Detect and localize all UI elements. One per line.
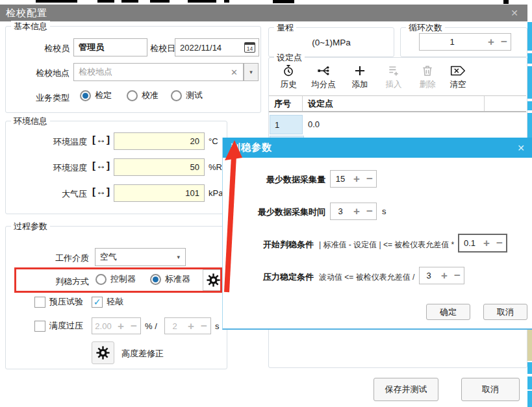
checkbox-icon — [34, 297, 45, 308]
stepper-value: 3 — [331, 206, 350, 216]
decrement-icon: − — [127, 321, 140, 332]
background-app-strip — [527, 391, 532, 407]
background-app-strip — [527, 113, 532, 138]
env-pressure-label: 大气压 — [19, 188, 87, 200]
env-humidity-value: 50 — [190, 162, 199, 172]
background-text-fragment — [224, 0, 229, 3]
height-correction-button[interactable] — [92, 341, 114, 364]
stable-condition-label: 压力稳定条件 — [260, 271, 314, 283]
cycle-count-group: 循环次数 1 + − — [400, 27, 527, 57]
increment-icon[interactable]: + — [485, 36, 498, 47]
cycle-count-legend: 循环次数 — [406, 22, 445, 34]
start-condition-stepper[interactable]: 0.1 + − — [458, 234, 507, 253]
window-titlebar: 检校配置 ✕ — [0, 5, 527, 21]
row-index-cell[interactable]: 1 — [270, 115, 303, 134]
business-type-label: 业务类型 — [32, 92, 70, 104]
range-transfer-icon[interactable]: [↔] — [92, 160, 110, 171]
decrement-icon[interactable]: − — [451, 270, 464, 281]
toolbar-clear-button[interactable]: 清空 — [443, 64, 473, 90]
decrement-icon[interactable]: − — [498, 36, 511, 47]
history-icon — [282, 64, 295, 77]
min-samples-label: 最少数据采集量 — [250, 174, 325, 186]
environment-group: 环境信息 环境温度 [↔] 20 °C 环境湿度 [↔] 50 %RH 大气压 … — [5, 121, 227, 214]
location-input[interactable]: 检校地点 ✕ — [73, 63, 244, 81]
footer-cancel-button[interactable]: 取消 — [461, 378, 520, 401]
min-time-unit: s — [382, 206, 386, 216]
basic-info-legend: 基本信息 — [11, 21, 50, 32]
toolbar-label: 均分点 — [311, 79, 336, 90]
background-app-strip — [527, 22, 532, 51]
checkbox-tap[interactable]: ✓ 轻敲 — [92, 296, 123, 308]
env-temp-input[interactable]: 20 — [114, 132, 205, 150]
toolbar-split-points-button[interactable]: 均分点 — [305, 64, 342, 90]
toolbar-history-button[interactable]: 历史 — [275, 64, 302, 90]
column-header-setpoint[interactable]: 设定点 — [303, 96, 485, 111]
bracket-left: [ — [92, 160, 95, 171]
inspector-value: 管理员 — [79, 42, 104, 53]
radio-business-type-test[interactable]: 测试 — [171, 90, 203, 101]
decrement-icon[interactable]: − — [493, 238, 506, 249]
toolbar-insert-button: 插入 — [379, 64, 408, 90]
toolbar-label: 删除 — [420, 79, 436, 90]
min-time-stepper[interactable]: 3 + − — [330, 203, 377, 220]
checkbox-label: 轻敲 — [107, 296, 123, 308]
background-text-fragment — [121, 0, 138, 3]
overpressure-seconds-unit: s — [215, 321, 220, 331]
background-app-strip — [527, 362, 532, 374]
window-title: 检校配置 — [6, 7, 47, 19]
dialog-close-icon[interactable]: ✕ — [517, 143, 525, 153]
range-transfer-icon[interactable]: [↔] — [92, 186, 110, 197]
calendar-icon[interactable]: 14 — [244, 42, 255, 53]
increment-icon: + — [184, 321, 197, 332]
stepper-value: 1 — [420, 37, 485, 47]
table-row[interactable]: 1 0.0 — [269, 115, 526, 134]
stepper-value: 2.00 — [92, 321, 114, 331]
medium-value: 空气 — [100, 251, 117, 263]
arrow-lr: ↔ — [96, 160, 106, 171]
radio-label: 测试 — [186, 90, 203, 101]
increment-icon[interactable]: + — [438, 270, 451, 281]
location-label: 检校地点 — [32, 68, 70, 79]
footer-cancel-label: 取消 — [482, 384, 499, 395]
checkbox-prepress-test[interactable]: 预压试验 — [34, 296, 83, 308]
cycle-count-stepper[interactable]: 1 + − — [419, 33, 511, 51]
increment-icon[interactable]: + — [480, 238, 493, 249]
check-icon: ✓ — [94, 297, 101, 306]
dialog-cancel-button[interactable]: 取消 — [483, 304, 527, 320]
clear-location-icon[interactable]: ✕ — [231, 68, 238, 77]
range-transfer-icon[interactable]: [↔] — [92, 134, 110, 145]
env-humidity-input[interactable]: 50 — [114, 158, 205, 176]
column-header-index[interactable]: 序号 — [269, 96, 303, 111]
stepper-value: 3 — [420, 271, 438, 280]
background-app-strip — [527, 328, 532, 361]
save-and-test-button[interactable]: 保存并测试 — [374, 378, 438, 401]
save-and-test-label: 保存并测试 — [385, 384, 427, 395]
dialog-ok-label: 确定 — [440, 306, 457, 318]
decrement-icon: − — [197, 321, 210, 332]
inspector-input[interactable]: 管理员 — [73, 38, 147, 56]
date-value: 2022/11/14 — [180, 43, 222, 53]
medium-select[interactable]: 空气 ▾ — [95, 248, 186, 266]
decrement-icon[interactable]: − — [363, 206, 376, 217]
increment-icon[interactable]: + — [350, 173, 363, 184]
date-input[interactable]: 2022/11/14 14 — [175, 38, 259, 56]
column-header-blank — [485, 96, 526, 111]
radio-icon — [127, 90, 138, 101]
min-samples-stepper[interactable]: 15 + − — [330, 170, 377, 188]
checkbox-overpressure[interactable]: 满度过压 — [34, 320, 83, 332]
radio-business-type-verify[interactable]: 检定 — [80, 90, 112, 101]
stable-condition-stepper[interactable]: 3 + − — [419, 267, 464, 284]
dialog-ok-button[interactable]: 确定 — [426, 304, 470, 320]
stable-condition-formula: 波动值 <= 被检仪表允差值 / — [319, 272, 414, 283]
decrement-icon[interactable]: − — [363, 173, 376, 184]
chevron-down-icon: ▾ — [177, 254, 180, 260]
radio-label: 校准 — [142, 90, 158, 101]
env-pressure-input[interactable]: 101 — [114, 184, 205, 202]
location-dropdown-button[interactable]: ▾ — [244, 63, 259, 81]
insert-icon — [387, 64, 400, 77]
window-close-icon[interactable]: ✕ — [511, 8, 518, 18]
background-app-strip — [527, 101, 532, 110]
radio-business-type-calibrate[interactable]: 校准 — [127, 90, 158, 101]
toolbar-add-button[interactable]: 添加 — [346, 64, 374, 90]
increment-icon[interactable]: + — [350, 206, 363, 217]
